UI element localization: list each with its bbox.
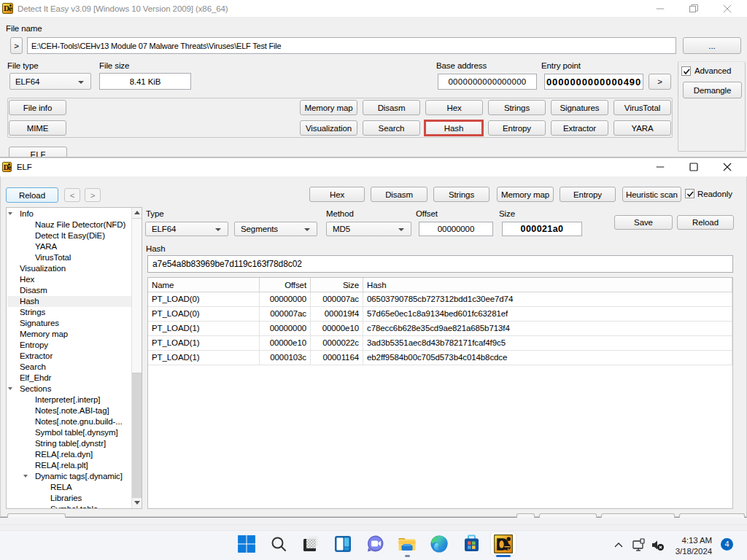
tree-expander-icon[interactable]: [8, 387, 12, 390]
dialog-minimize-button[interactable]: [643, 158, 677, 176]
scan-button-hash[interactable]: Hash: [424, 120, 484, 136]
scan-button-hex[interactable]: Hex: [425, 100, 483, 115]
table-header-name[interactable]: Name: [148, 278, 260, 292]
tree-item-sections[interactable]: Sections: [7, 384, 132, 394]
hash-value-field[interactable]: a7e54a8b83969be7d119c163f78d8c02: [147, 255, 733, 273]
tree-item-strings[interactable]: Strings: [7, 307, 132, 318]
browse-button[interactable]: ...: [683, 37, 741, 54]
tree-item-search[interactable]: Search: [7, 362, 132, 373]
taskbar-icon-chat[interactable]: [363, 532, 387, 555]
scan-button-visualization[interactable]: Visualization: [300, 120, 357, 136]
screen: De Detect It Easy v3.09 [Windows 10 Vers…: [0, 0, 747, 560]
notification-badge[interactable]: 4: [721, 538, 733, 551]
dialog-view-button-heuristic-scan[interactable]: Heuristic scan: [622, 187, 681, 202]
clock[interactable]: 4:13 AM 3/18/2024: [676, 535, 712, 557]
save-button[interactable]: Save: [614, 215, 673, 230]
taskbar-icon-detect-it-easy[interactable]: [491, 532, 516, 555]
tree-item-visualization[interactable]: Visualization: [7, 263, 132, 274]
file-type-combo[interactable]: ELF64: [9, 73, 91, 90]
file-path-input[interactable]: E:\CEH-Tools\CEHv13 Module 07 Malware Th…: [27, 37, 676, 54]
scan-button-strings[interactable]: Strings: [488, 100, 546, 115]
tree-vertical-scrollbar[interactable]: [131, 208, 142, 508]
tray-volume-muted-icon[interactable]: [651, 538, 665, 554]
tree-item-symbol-table-dynsym-[interactable]: Symbol table[.dynsym]: [7, 427, 132, 438]
dialog-view-button-disasm[interactable]: Disasm: [371, 187, 427, 202]
tray-network-icon[interactable]: [632, 538, 646, 554]
scan-button-file-info[interactable]: File info: [9, 100, 66, 115]
tree-item-notes-note-gnu-build-[interactable]: Notes[.note.gnu.build-...: [7, 416, 132, 427]
minimize-button[interactable]: [643, 0, 677, 18]
dialog-view-button-entropy[interactable]: Entropy: [560, 187, 616, 202]
tree-item-hex[interactable]: Hex: [7, 274, 132, 285]
dialog-maximize-button[interactable]: [677, 158, 711, 176]
scan-button-extractor[interactable]: Extractor: [551, 120, 608, 136]
taskbar-icon-task-switcher[interactable]: [298, 532, 323, 555]
tree-item-virustotal[interactable]: VirusTotal: [7, 252, 132, 263]
dialog-close-button[interactable]: [711, 158, 744, 176]
tree-item-extractor[interactable]: Extractor: [7, 351, 132, 362]
table-row[interactable]: PT_LOAD(0)00000000000007ac06503790785cb7…: [148, 292, 732, 307]
tree-item-yara[interactable]: YARA: [7, 241, 132, 252]
dialog-view-button-strings[interactable]: Strings: [433, 187, 489, 202]
scrollbar-thumb[interactable]: [132, 218, 142, 373]
tree-item-interpreter-interp-[interactable]: Interpreter[.interp]: [7, 394, 132, 405]
scan-button-memory-map[interactable]: Memory map: [300, 100, 357, 115]
type-combo[interactable]: ELF64: [145, 222, 228, 236]
tree-item-notes-note-abi-tag-[interactable]: Notes[.note.ABI-tag]: [7, 405, 132, 416]
close-button[interactable]: [711, 0, 744, 18]
table-row[interactable]: PT_LOAD(1)0000103c00001164eb2ff9584b00c7…: [148, 351, 732, 365]
entry-point-goto-button[interactable]: >: [649, 74, 671, 90]
scroll-down-button[interactable]: [132, 498, 142, 508]
tree-item-memory-map[interactable]: Memory map: [7, 329, 132, 340]
tree-item-info[interactable]: Info: [7, 209, 132, 219]
tray-chevron-up-icon[interactable]: [613, 540, 624, 553]
tree-item-string-table-dynstr-[interactable]: String table[.dynstr]: [7, 438, 132, 449]
tree-item-entropy[interactable]: Entropy: [7, 340, 132, 351]
tree-expander-icon[interactable]: [23, 475, 28, 478]
tree-item-signatures[interactable]: Signatures: [7, 318, 132, 329]
readonly-checkbox[interactable]: [685, 189, 694, 198]
nav-forward-button[interactable]: >: [85, 188, 101, 202]
taskbar-icon-edge[interactable]: [427, 532, 452, 555]
table-row[interactable]: PT_LOAD(0)000007ac000019f457d65e0ec1c8a9…: [148, 307, 732, 322]
tree-item-disasm[interactable]: Disasm: [7, 285, 132, 296]
dialog-reload2-button[interactable]: Reload: [677, 215, 734, 230]
taskbar-icon-search[interactable]: [266, 532, 291, 555]
table-row[interactable]: PT_LOAD(1)0000000000000e10c78ecc6b628e35…: [148, 322, 732, 336]
table-header-hash[interactable]: Hash: [363, 278, 732, 292]
scan-button-entropy[interactable]: Entropy: [488, 120, 546, 136]
table-header-offset[interactable]: Offset: [260, 278, 311, 292]
tree-item-libraries[interactable]: Libraries: [7, 493, 132, 504]
segments-combo[interactable]: Segments: [234, 222, 317, 236]
tree-item-detect-it-easy-die-[interactable]: Detect It Easy(DiE): [7, 230, 132, 241]
taskbar-icon-store[interactable]: [459, 532, 484, 555]
open-file-arrow-button[interactable]: >: [10, 37, 23, 54]
table-row[interactable]: PT_LOAD(1)00000e100000022c3ad3b5351aec8d…: [148, 336, 732, 351]
restore-button[interactable]: [677, 0, 711, 18]
scan-button-signatures[interactable]: Signatures: [551, 100, 608, 115]
tree-item-hash[interactable]: Hash: [7, 296, 132, 307]
dialog-view-button-memory-map[interactable]: Memory map: [497, 187, 554, 202]
scan-button-disasm[interactable]: Disasm: [363, 100, 420, 115]
tree-item-rela-rela-plt-[interactable]: RELA[.rela.plt]: [7, 460, 132, 471]
scan-button-virustotal[interactable]: VirusTotal: [614, 100, 671, 115]
tree-expander-icon[interactable]: [8, 212, 12, 215]
method-combo[interactable]: MD5: [326, 222, 411, 236]
dialog-reload-button[interactable]: Reload: [6, 187, 58, 203]
tree-item-rela-rela-dyn-[interactable]: RELA[.rela.dyn]: [7, 449, 132, 460]
tree-item-symbol-table[interactable]: Symbol table: [7, 504, 132, 509]
scan-button-yara[interactable]: YARA: [614, 120, 671, 136]
scan-button-mime[interactable]: MIME: [9, 120, 66, 136]
dialog-view-button-hex[interactable]: Hex: [309, 187, 365, 202]
nav-back-button[interactable]: <: [64, 188, 80, 202]
tree-item-rela[interactable]: RELA: [7, 482, 132, 493]
taskbar-icon-file-explorer[interactable]: [395, 532, 419, 555]
taskbar-icon-start[interactable]: [234, 532, 259, 555]
tree-item-nauz-file-detector-nfd-[interactable]: Nauz File Detector(NFD): [7, 219, 132, 230]
scroll-up-button[interactable]: [132, 208, 142, 218]
tree-item-elf-ehdr[interactable]: Elf_Ehdr: [7, 373, 132, 384]
scan-button-search[interactable]: Search: [363, 120, 420, 136]
table-header-size[interactable]: Size: [311, 278, 363, 292]
taskbar-icon-task-view[interactable]: [330, 532, 355, 555]
tree-item-dynamic-tags-dynamic-[interactable]: Dynamic tags[.dynamic]: [7, 471, 132, 482]
